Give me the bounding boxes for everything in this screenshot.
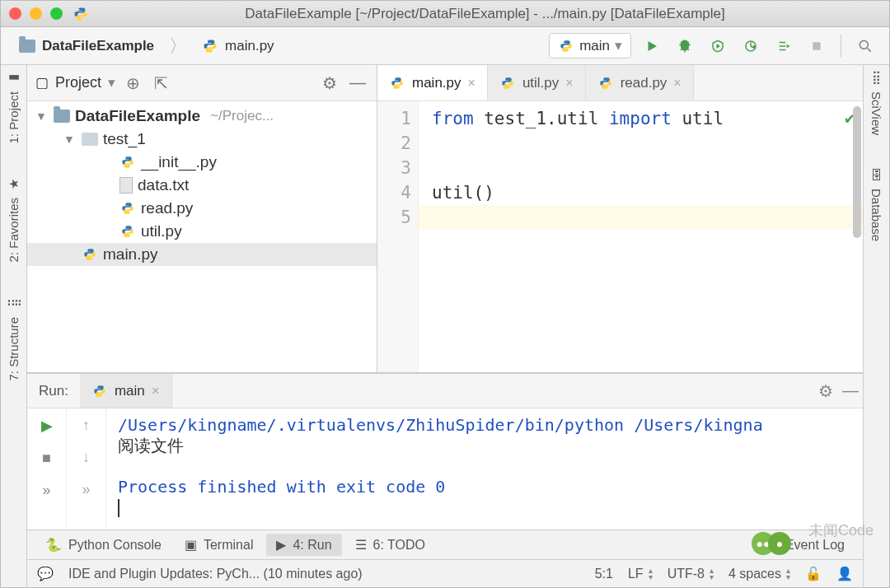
editor-tab[interactable]: main.py×	[377, 65, 488, 100]
tree-file[interactable]: util.py	[27, 220, 377, 243]
indent-setting[interactable]: 4 spaces▴▾	[728, 567, 790, 581]
right-tool-rail: ⣿SciView 🗄Database	[863, 65, 889, 587]
folder-icon	[54, 110, 70, 123]
breadcrumb-project[interactable]: DataFileExample	[12, 35, 161, 58]
run-config-name: main	[579, 38, 610, 54]
wechat-badge: ●●●	[752, 532, 791, 555]
play-icon: ▶	[276, 537, 286, 553]
close-tab-icon[interactable]: ×	[468, 76, 475, 91]
tree-file[interactable]: data.txt	[27, 174, 377, 197]
stop-button[interactable]: ■	[42, 450, 51, 467]
directory-icon	[82, 133, 98, 146]
python-file-icon	[499, 75, 516, 91]
close-tab-icon[interactable]: ×	[673, 76, 681, 91]
code-content[interactable]: from test_1.util import util util()	[419, 101, 863, 372]
tool-run[interactable]: ▶4: Run	[266, 534, 341, 556]
left-tool-rail: 1: Project▮ 2: Favorites★ 7: Structure⣿	[1, 65, 27, 587]
editor-tab[interactable]: util.py×	[488, 65, 586, 100]
python-file-icon	[73, 6, 89, 22]
project-tree[interactable]: ▼ DataFileExample ~/Projec... ▼ test_1 _…	[27, 101, 377, 372]
search-everywhere-button[interactable]	[853, 34, 878, 58]
hide-icon[interactable]: —	[347, 73, 368, 92]
breadcrumb-project-label: DataFileExample	[42, 38, 154, 54]
python-icon	[91, 383, 108, 399]
stop-button[interactable]	[804, 34, 829, 58]
code-editor[interactable]: 12345 from test_1.util import util util(…	[377, 101, 863, 372]
python-file-icon	[202, 38, 218, 54]
line-separator[interactable]: LF▴▾	[628, 567, 653, 581]
tree-file-selected[interactable]: main.py	[27, 243, 377, 266]
editor-tabs: main.py× util.py× read.py×	[377, 65, 863, 101]
status-message[interactable]: IDE and Plugin Updates: PyCh... (10 minu…	[68, 567, 363, 581]
close-window-button[interactable]	[9, 7, 21, 20]
tool-python-console[interactable]: 🐍Python Console	[35, 534, 171, 556]
titlebar: DataFileExample [~/Project/DataFileExamp…	[1, 1, 889, 27]
breadcrumb-file[interactable]: main.py	[195, 35, 281, 58]
tree-dir[interactable]: ▼ test_1	[27, 128, 377, 151]
python-file-icon	[82, 246, 98, 263]
svg-point-4	[860, 40, 868, 49]
file-encoding[interactable]: UTF-8▴▾	[668, 567, 714, 581]
tool-sciview[interactable]: ⣿SciView	[869, 70, 883, 135]
project-panel-title[interactable]: Project	[55, 74, 101, 91]
list-icon: ☰	[355, 537, 367, 553]
tool-favorites[interactable]: 2: Favorites★	[7, 176, 21, 262]
hector-icon[interactable]: 👤	[836, 566, 853, 581]
text-file-icon	[119, 177, 133, 194]
python-file-icon	[119, 223, 136, 240]
caret-position[interactable]: 5:1	[595, 567, 613, 581]
tool-database[interactable]: 🗄Database	[869, 168, 883, 241]
down-arrow-icon[interactable]: ↓	[82, 449, 90, 466]
maximize-window-button[interactable]	[50, 7, 63, 20]
gear-icon[interactable]: ⚙	[813, 381, 838, 401]
chevron-down-icon[interactable]: ▾	[108, 74, 115, 91]
run-session-tab[interactable]: main ×	[80, 374, 172, 408]
target-icon[interactable]: ⊕	[122, 73, 143, 93]
gear-icon[interactable]: ⚙	[319, 73, 340, 93]
up-arrow-icon[interactable]: ↑	[82, 417, 90, 434]
coverage-button[interactable]	[705, 34, 730, 58]
close-tab-icon[interactable]: ×	[152, 383, 160, 399]
run-button[interactable]	[639, 34, 664, 58]
python-file-icon	[119, 154, 136, 170]
text-cursor	[118, 499, 119, 517]
tool-project[interactable]: 1: Project▮	[7, 70, 21, 143]
svg-point-1	[82, 17, 84, 19]
vertical-scrollbar[interactable]	[853, 106, 861, 238]
minimize-window-button[interactable]	[30, 7, 42, 20]
svg-rect-3	[813, 42, 820, 49]
tool-todo[interactable]: ☰6: TODO	[345, 534, 435, 556]
tool-structure[interactable]: 7: Structure⣿	[7, 296, 21, 381]
concurrent-button[interactable]	[771, 34, 796, 58]
lock-icon[interactable]: 🔓	[805, 566, 822, 581]
expand-icon[interactable]: ▼	[35, 110, 49, 123]
rerun-button[interactable]: ▶	[41, 417, 53, 435]
more-button[interactable]: »	[82, 481, 90, 498]
editor-tab[interactable]: read.py×	[586, 65, 694, 100]
tree-file[interactable]: read.py	[27, 197, 377, 220]
navigation-bar: DataFileExample 〉 main.py main ▾	[1, 27, 889, 65]
tree-file[interactable]: __init__.py	[27, 151, 377, 174]
more-button[interactable]: »	[42, 482, 50, 499]
bottom-tool-tabs: 🐍Python Console ▣Terminal ▶4: Run ☰6: TO…	[27, 530, 863, 559]
current-line-highlight	[419, 205, 863, 230]
run-nav: ↑ ↓ »	[67, 408, 106, 530]
profile-button[interactable]	[738, 34, 763, 58]
python-icon	[558, 38, 574, 54]
tool-terminal[interactable]: ▣Terminal	[175, 534, 263, 556]
hide-icon[interactable]: —	[838, 381, 863, 400]
run-config-selector[interactable]: main ▾	[549, 33, 631, 58]
collapse-icon[interactable]: ⇱	[150, 73, 171, 93]
debug-button[interactable]	[672, 34, 697, 58]
chevron-right-icon: 〉	[169, 34, 187, 58]
python-icon: 🐍	[45, 537, 62, 553]
tree-root[interactable]: ▼ DataFileExample ~/Projec...	[27, 105, 377, 128]
console-output[interactable]: /Users/kingname/.virtualenvs/ZhihuSpider…	[106, 408, 863, 530]
close-tab-icon[interactable]: ×	[565, 76, 573, 91]
star-icon: ★	[7, 179, 21, 189]
expand-icon[interactable]: ▼	[63, 133, 77, 146]
project-panel: ▢ Project ▾ ⊕ ⇱ ⚙ — ▼ DataFileExample	[27, 65, 377, 372]
folder-icon	[19, 40, 35, 53]
notification-icon[interactable]: 💬	[37, 566, 54, 581]
svg-point-0	[78, 8, 80, 10]
